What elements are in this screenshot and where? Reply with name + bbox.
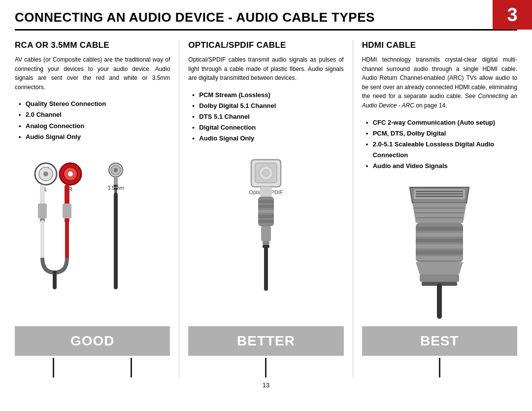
rating-best: BEST bbox=[362, 326, 517, 356]
svg-rect-36 bbox=[258, 215, 274, 218]
footer-lines-best bbox=[362, 358, 517, 377]
footer-line bbox=[265, 358, 266, 377]
list-item: Digital Connection bbox=[192, 122, 343, 133]
svg-rect-33 bbox=[258, 200, 274, 203]
svg-marker-59 bbox=[416, 262, 463, 274]
svg-rect-34 bbox=[258, 205, 274, 208]
svg-point-19 bbox=[114, 168, 118, 172]
svg-rect-46 bbox=[416, 196, 463, 197]
footer-line bbox=[439, 358, 440, 377]
col-best-title: HDMI CABLE bbox=[362, 40, 517, 50]
footer-line bbox=[53, 358, 54, 377]
list-item: 2.0-5.1 Scaleable Lossless Digital Audio… bbox=[366, 139, 517, 161]
svg-rect-31 bbox=[260, 187, 272, 197]
svg-rect-21 bbox=[114, 177, 118, 189]
svg-rect-8 bbox=[40, 185, 45, 205]
svg-rect-57 bbox=[416, 250, 463, 254]
page-number: 13 bbox=[15, 381, 517, 392]
list-item: PCM, DTS, Dolby Digital bbox=[366, 128, 517, 139]
svg-point-5 bbox=[68, 171, 73, 176]
svg-rect-35 bbox=[258, 210, 274, 213]
footer-lines-good bbox=[15, 358, 170, 377]
list-item: CFC 2-way Communication (Auto setup) bbox=[366, 117, 517, 128]
svg-rect-39 bbox=[263, 241, 269, 245]
list-item: DTS 5.1 Channel bbox=[192, 111, 343, 122]
rca-cable-illustration: L R bbox=[21, 154, 164, 297]
list-item: Dolby Digital 5.1 Channel bbox=[192, 101, 343, 111]
footer-lines-better bbox=[188, 358, 343, 377]
svg-rect-56 bbox=[416, 244, 463, 248]
hdmi-cable-illustration: HDMI bbox=[380, 183, 499, 326]
svg-rect-55 bbox=[416, 239, 463, 242]
col-best-bullets: CFC 2-way Communication (Auto setup) PCM… bbox=[362, 117, 517, 171]
page-title: CONNECTING AN AUDIO DEVICE - AUDIO CABLE… bbox=[15, 10, 517, 31]
optical-cable-illustration: Optical/SPDIF bbox=[217, 156, 315, 299]
page-badge: 3 bbox=[493, 0, 532, 30]
column-good: RCA or 3.5MM CABLE AV cables (or Composi… bbox=[15, 40, 179, 377]
svg-rect-44 bbox=[416, 191, 463, 192]
svg-rect-10 bbox=[38, 204, 47, 218]
column-best: HDMI CABLE HDMI technology transmits cry… bbox=[353, 40, 517, 377]
footer-line bbox=[131, 358, 132, 377]
col-good-desc: AV cables (or Composite cables) are the … bbox=[15, 55, 170, 92]
list-item: Analog Connection bbox=[19, 121, 170, 132]
badge-number: 3 bbox=[507, 4, 517, 26]
list-item: Audio Signal Only bbox=[192, 133, 343, 144]
col-good-bullets: Quality Stereo Connection 2.0 Channel An… bbox=[15, 99, 170, 142]
columns-container: RCA or 3.5MM CABLE AV cables (or Composi… bbox=[15, 40, 517, 377]
col-better-title: OPTICAL/SPDIF CABLE bbox=[188, 40, 343, 50]
list-item: Audio Signal Only bbox=[19, 132, 170, 142]
list-item: Quality Stereo Connection bbox=[19, 99, 170, 109]
col-best-visual: HDMI bbox=[362, 178, 517, 377]
svg-rect-60 bbox=[420, 274, 459, 282]
rating-better: BETTER bbox=[188, 326, 343, 356]
svg-rect-45 bbox=[416, 193, 463, 195]
svg-rect-24 bbox=[114, 188, 118, 190]
svg-point-2 bbox=[43, 171, 48, 176]
main-content: CONNECTING AN AUDIO DEVICE - AUDIO CABLE… bbox=[0, 0, 532, 392]
col-better-visual: Optical/SPDIF bbox=[188, 151, 343, 377]
column-better: OPTICAL/SPDIF CABLE Optical/SPDIF cables… bbox=[179, 40, 352, 377]
svg-rect-58 bbox=[416, 256, 463, 260]
col-better-bullets: PCM Stream (Lossless) Dolby Digital 5.1 … bbox=[188, 90, 343, 144]
list-item: PCM Stream (Lossless) bbox=[192, 90, 343, 101]
rating-good: GOOD bbox=[15, 326, 170, 356]
svg-point-29 bbox=[263, 170, 269, 176]
svg-rect-54 bbox=[416, 233, 463, 237]
col-better-desc: Optical/SPDIF cables transmit audio sign… bbox=[188, 55, 343, 83]
svg-rect-12 bbox=[63, 204, 71, 218]
list-item: Audio and Video Signals bbox=[366, 161, 517, 171]
svg-rect-23 bbox=[114, 185, 118, 187]
col-good-title: RCA or 3.5MM CABLE bbox=[15, 40, 170, 50]
svg-rect-53 bbox=[416, 227, 463, 231]
svg-rect-38 bbox=[261, 226, 271, 241]
col-best-desc: HDMI technology transmits crystal-clear … bbox=[362, 55, 517, 110]
col-good-visual: L R bbox=[15, 149, 170, 377]
svg-rect-9 bbox=[65, 185, 69, 205]
list-item: 2.0 Channel bbox=[19, 109, 170, 120]
svg-rect-37 bbox=[258, 220, 274, 223]
